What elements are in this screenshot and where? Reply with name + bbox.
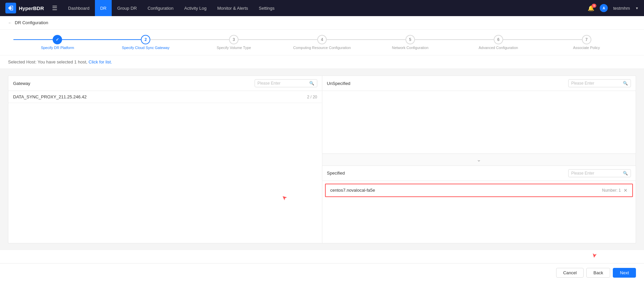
cancel-button[interactable]: Cancel — [556, 268, 584, 278]
back-arrow-icon[interactable]: ← — [8, 20, 12, 25]
gateway-search-box[interactable]: 🔍 — [255, 79, 317, 87]
search-icon-specified: 🔍 — [623, 171, 628, 176]
step-3-label: Specify Volume Type — [217, 46, 251, 50]
step-5: 5 Network Configuration — [366, 35, 454, 50]
step-4: 4 Computing Resource Configuration — [278, 35, 366, 50]
nav-configuration[interactable]: Configuration — [142, 0, 179, 16]
step-5-circle: 5 — [406, 35, 415, 44]
top-navigation: HyperBDR ☰ Dashboard DR Group DR Configu… — [0, 0, 644, 16]
click-for-list-link[interactable]: Click for list. — [89, 59, 112, 64]
step-1-label: Specify DR Platform — [41, 46, 74, 50]
specified-number: Number: 1 — [602, 188, 621, 193]
brand-name: HyperBDR — [19, 5, 44, 11]
unspecified-search-input[interactable] — [571, 81, 622, 86]
nav-right: 🔔 9 A testmhm ▼ — [588, 4, 639, 12]
step-1: ✓ Specify DR Platform — [13, 35, 102, 50]
step-3-circle: 3 — [229, 35, 238, 44]
back-button[interactable]: Back — [586, 268, 610, 278]
specified-panel-header: Specified 🔍 — [322, 166, 636, 181]
selected-unit: host, — [78, 59, 87, 64]
gateway-panel-header: Gateway 🔍 — [8, 76, 322, 91]
step-6-label: Advanced Configuration — [479, 46, 518, 50]
search-icon: 🔍 — [309, 81, 314, 86]
nav-activity-log[interactable]: Activity Log — [179, 0, 212, 16]
specified-list-item: centos7.novalocal-fa5e Number: 1 ✕ — [325, 184, 633, 197]
specified-search-box[interactable]: 🔍 — [568, 169, 631, 177]
stepper: ✓ Specify DR Platform 2 Specify Cloud Sy… — [0, 30, 644, 55]
step-3: 3 Specify Volume Type — [190, 35, 278, 50]
search-icon-unspecified: 🔍 — [623, 81, 628, 86]
annotation-arrow-footer: ➤ — [590, 252, 598, 259]
step-2-circle: 2 — [141, 35, 150, 44]
step-2: 2 Specify Cloud Sync Gateway — [102, 35, 190, 50]
nav-dr[interactable]: DR — [95, 0, 112, 16]
specified-search-input[interactable] — [571, 171, 622, 176]
step-6-circle: 6 — [494, 35, 503, 44]
avatar: A — [600, 4, 608, 12]
gateway-panel: Gateway 🔍 DATA_SYNC_PROXY_211.25.246.42 … — [8, 76, 322, 243]
page-container: ← DR Configuration ✓ Specify DR Platform… — [0, 16, 644, 282]
step-2-label: Specify Cloud Sync Gateway — [122, 46, 169, 50]
chevron-down-icon: ▼ — [635, 6, 639, 10]
username: testmhm — [613, 6, 630, 11]
brand: HyperBDR — [5, 3, 44, 13]
unspecified-panel-title: UnSpecified — [327, 81, 351, 86]
unspecified-panel-header: UnSpecified 🔍 — [322, 76, 636, 91]
brand-icon — [5, 3, 16, 13]
gateway-panel-title: Gateway — [13, 81, 30, 86]
selected-host-bar: Selected Host: You have selected 1 host,… — [0, 55, 644, 69]
specified-panel-title: Specified — [327, 171, 345, 176]
next-button[interactable]: Next — [613, 268, 636, 278]
main-content: Gateway 🔍 DATA_SYNC_PROXY_211.25.246.42 … — [0, 69, 644, 250]
down-arrow-icon: ⌄ — [477, 156, 481, 163]
page-footer: Cancel Back Next — [0, 263, 644, 282]
step-5-label: Network Configuration — [392, 46, 428, 50]
specified-meta: Number: 1 ✕ — [602, 188, 628, 193]
gateway-count: 2 / 20 — [307, 95, 317, 99]
step-7-circle: 7 — [582, 35, 591, 44]
step-6: 6 Advanced Configuration — [454, 35, 542, 50]
gateway-name: DATA_SYNC_PROXY_211.25.246.42 — [13, 94, 87, 99]
unspecified-panel: UnSpecified 🔍 — [322, 76, 636, 154]
hamburger-icon[interactable]: ☰ — [52, 4, 57, 12]
nav-group-dr[interactable]: Group DR — [112, 0, 142, 16]
selected-host-label: Selected Host: — [8, 59, 37, 64]
remove-specified-icon[interactable]: ✕ — [624, 188, 628, 193]
step-1-circle: ✓ — [53, 35, 62, 44]
nav-items: Dashboard DR Group DR Configuration Acti… — [63, 0, 588, 16]
selected-host-text: You have selected — [38, 59, 74, 64]
notification-bell[interactable]: 🔔 9 — [588, 5, 594, 11]
nav-dashboard[interactable]: Dashboard — [63, 0, 95, 16]
nav-settings[interactable]: Settings — [254, 0, 280, 16]
step-4-circle: 4 — [317, 35, 327, 44]
specified-host-name: centos7.novalocal-fa5e — [330, 188, 375, 193]
right-panels: UnSpecified 🔍 ⌄ Specified � — [322, 76, 636, 243]
gateway-search-input[interactable] — [258, 81, 308, 86]
page-title: DR Configuration — [15, 20, 48, 25]
step-4-label: Computing Resource Configuration — [293, 46, 351, 50]
specified-panel: Specified 🔍 centos7.novalocal-fa5e Numbe… — [322, 166, 636, 243]
breadcrumb: ← DR Configuration — [0, 16, 644, 30]
notification-badge: 9 — [592, 4, 596, 8]
step-7: 7 Associate Policy — [542, 35, 631, 50]
unspecified-search-box[interactable]: 🔍 — [568, 79, 631, 87]
nav-monitor-alerts[interactable]: Monitor & Alerts — [212, 0, 254, 16]
step-7-label: Associate Policy — [573, 46, 600, 50]
move-arrow-row: ⌄ — [322, 154, 636, 166]
selected-count: 1 — [74, 59, 76, 64]
gateway-list-item[interactable]: DATA_SYNC_PROXY_211.25.246.42 2 / 20 — [8, 91, 322, 103]
